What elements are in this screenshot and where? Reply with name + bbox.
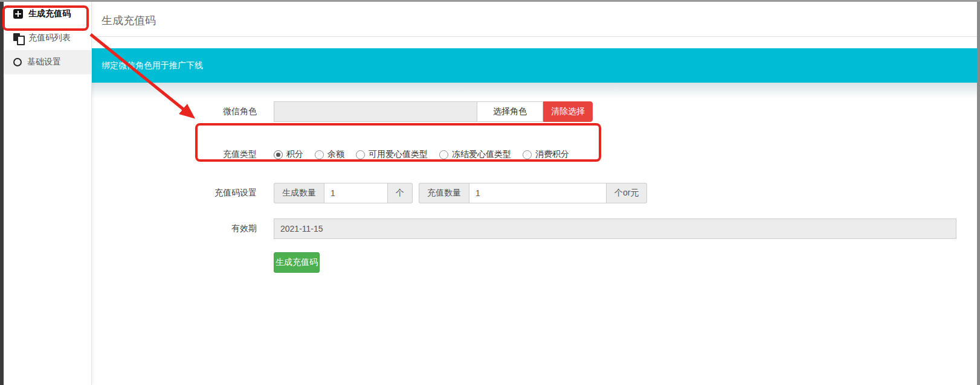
radio-option-points[interactable]: 积分 — [274, 149, 303, 160]
radio-label: 可用爱心值类型 — [369, 149, 428, 160]
recharge-code-admin-page: 生成充值码 充值码列表 基础设置 生成充值码 绑定微信角色用于推广下线 微信角色… — [0, 0, 980, 385]
code-settings-row: 充值码设置 生成数量 个 充值数量 个or元 — [92, 183, 977, 203]
radio-label: 余额 — [327, 149, 344, 160]
submit-row: 生成充值码 — [92, 252, 977, 273]
clear-selection-button[interactable]: 清除选择 — [543, 101, 593, 122]
code-settings-label: 充值码设置 — [92, 188, 257, 199]
generate-code-button[interactable]: 生成充值码 — [274, 252, 320, 273]
radio-icon[interactable] — [439, 150, 448, 159]
radio-option-consume-points[interactable]: 消费积分 — [523, 149, 569, 160]
plus-square-icon — [13, 9, 23, 19]
window-top-border — [0, 0, 980, 2]
sidebar-item-basic-settings[interactable]: 基础设置 — [4, 50, 91, 74]
sidebar: 生成充值码 充值码列表 基础设置 — [4, 2, 92, 385]
validity-label: 有效期 — [92, 223, 257, 234]
generate-qty-prefix: 生成数量 — [274, 183, 324, 203]
radio-label: 冻结爱心值类型 — [452, 149, 511, 160]
main-content: 生成充值码 绑定微信角色用于推广下线 微信角色 选择角色 清除选择 充值类型 — [92, 2, 977, 385]
recharge-type-label: 充值类型 — [92, 149, 257, 160]
radio-icon[interactable] — [274, 150, 283, 159]
radio-option-frozen-love-value[interactable]: 冻结爱心值类型 — [439, 149, 511, 160]
recharge-qty-group: 充值数量 个or元 — [419, 183, 647, 203]
info-banner-text: 绑定微信角色用于推广下线 — [102, 60, 203, 71]
select-role-button[interactable]: 选择角色 — [477, 101, 543, 122]
wechat-role-input[interactable] — [274, 101, 477, 122]
radio-icon[interactable] — [315, 150, 324, 159]
info-banner: 绑定微信角色用于推广下线 — [92, 48, 977, 83]
page-title: 生成充值码 — [92, 2, 977, 28]
recharge-type-row: 充值类型 积分 余额 可用爱心值类型 — [92, 144, 977, 165]
recharge-qty-suffix: 个or元 — [607, 183, 647, 203]
banner-shadow — [92, 83, 977, 98]
generate-qty-input[interactable] — [324, 183, 388, 203]
radio-option-balance[interactable]: 余额 — [315, 149, 344, 160]
wechat-role-row: 微信角色 选择角色 清除选择 — [92, 101, 977, 122]
radio-icon[interactable] — [523, 150, 532, 159]
radio-icon[interactable] — [356, 150, 365, 159]
recharge-qty-input[interactable] — [469, 183, 607, 203]
sidebar-item-label: 生成充值码 — [28, 8, 71, 19]
window-right-edge — [977, 2, 980, 385]
recharge-qty-prefix: 充值数量 — [419, 183, 469, 203]
window-left-edge — [0, 2, 4, 385]
sidebar-item-label: 基础设置 — [27, 57, 61, 68]
validity-row: 有效期 — [92, 218, 977, 239]
validity-date-input[interactable] — [274, 218, 956, 239]
circle-icon — [13, 58, 22, 66]
radio-option-available-love-value[interactable]: 可用爱心值类型 — [356, 149, 428, 160]
title-divider — [92, 36, 977, 37]
sidebar-item-label: 充值码列表 — [28, 33, 71, 43]
radio-label: 消费积分 — [535, 149, 569, 160]
sidebar-item-code-list[interactable]: 充值码列表 — [4, 26, 91, 50]
generate-qty-suffix: 个 — [388, 183, 413, 203]
generate-code-form: 微信角色 选择角色 清除选择 充值类型 积分 余额 — [92, 101, 977, 273]
generate-qty-group: 生成数量 个 — [274, 183, 413, 203]
wechat-role-label: 微信角色 — [92, 106, 257, 117]
sidebar-item-generate-code[interactable]: 生成充值码 — [4, 2, 91, 26]
copy-icon — [13, 33, 23, 43]
radio-label: 积分 — [286, 149, 303, 160]
